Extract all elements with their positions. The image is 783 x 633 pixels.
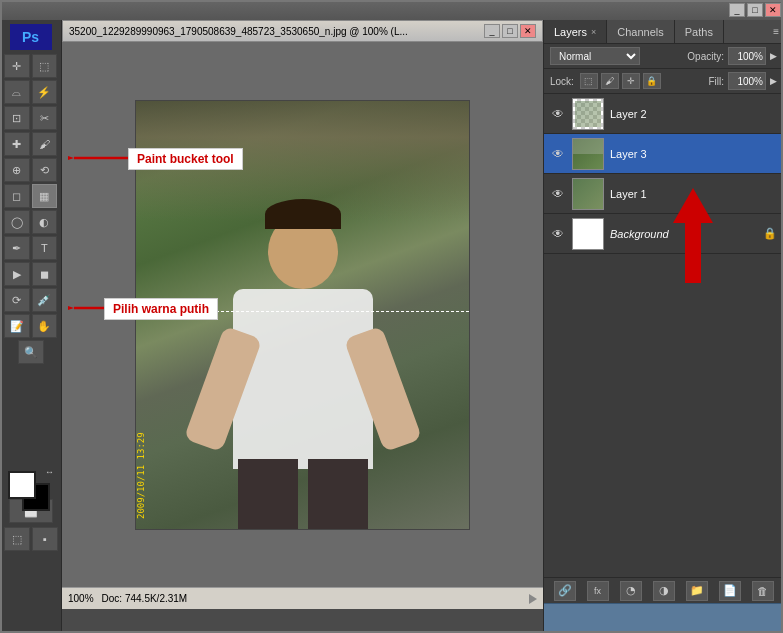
photo-timestamp: 2009/10/11 13:29 bbox=[136, 432, 146, 519]
layers-panel: Layers × Channels Paths ≡ Normal Multipl… bbox=[543, 20, 783, 633]
brush-tool[interactable]: 🖌 bbox=[32, 132, 58, 156]
doc-title: 35200_1229289990963_1790508639_485723_35… bbox=[69, 26, 408, 37]
marquee-tool[interactable]: ⬚ bbox=[32, 54, 58, 78]
doc-titlebar: 35200_1229289990963_1790508639_485723_35… bbox=[62, 20, 543, 42]
lock-label: Lock: bbox=[550, 76, 574, 87]
layer-item-layer2[interactable]: 👁 Layer 2 bbox=[544, 94, 783, 134]
lock-row: Lock: ⬚ 🖌 ✛ 🔒 Fill: ▶ bbox=[544, 69, 783, 94]
text-tool[interactable]: T bbox=[32, 236, 58, 260]
adjustment-layer-button[interactable]: ◑ bbox=[653, 581, 675, 601]
history-tool[interactable]: ⟲ bbox=[32, 158, 58, 182]
background-lock-icon: 🔒 bbox=[763, 227, 777, 240]
opacity-input[interactable] bbox=[728, 47, 766, 65]
app-window: _ □ ✕ Ps ✛ ⬚ ⌓ ⚡ ⊡ ✂ ✚ 🖌 ⊕ ⟲ bbox=[0, 0, 783, 633]
panel-tabs: Layers × Channels Paths ≡ bbox=[544, 20, 783, 44]
shape-tool[interactable]: ◼ bbox=[32, 262, 58, 286]
eyedropper-tool[interactable]: 💉 bbox=[32, 288, 58, 312]
close-button[interactable]: ✕ bbox=[765, 3, 781, 17]
layer2-visibility-icon[interactable]: 👁 bbox=[550, 106, 566, 122]
layer-item-layer3[interactable]: 👁 Layer 3 bbox=[544, 134, 783, 174]
lasso-tool[interactable]: ⌓ bbox=[4, 80, 30, 104]
layer-mask-button[interactable]: ◔ bbox=[620, 581, 642, 601]
red-up-arrow bbox=[663, 188, 723, 288]
lock-transparent-button[interactable]: ⬚ bbox=[580, 73, 598, 89]
path-select-tool[interactable]: ▶ bbox=[4, 262, 30, 286]
opacity-arrow[interactable]: ▶ bbox=[770, 51, 777, 61]
pen-tool[interactable]: ✒ bbox=[4, 236, 30, 260]
zoom-level: 100% bbox=[68, 593, 94, 604]
slice-tool[interactable]: ✂ bbox=[32, 106, 58, 130]
new-layer-button[interactable]: 📄 bbox=[719, 581, 741, 601]
fill-input[interactable] bbox=[728, 72, 766, 90]
doc-maximize-button[interactable]: □ bbox=[502, 24, 518, 38]
delete-layer-button[interactable]: 🗑 bbox=[752, 581, 774, 601]
foreground-color[interactable] bbox=[8, 471, 36, 499]
link-layers-button[interactable]: 🔗 bbox=[554, 581, 576, 601]
blend-mode-row: Normal Multiply Screen Opacity: ▶ bbox=[544, 44, 783, 69]
background-visibility-icon[interactable]: 👁 bbox=[550, 226, 566, 242]
group-layers-button[interactable]: 📁 bbox=[686, 581, 708, 601]
doc-close-button[interactable]: ✕ bbox=[520, 24, 536, 38]
hand-tool[interactable]: ✋ bbox=[32, 314, 58, 338]
tab-layers[interactable]: Layers × bbox=[544, 20, 607, 43]
layer2-name: Layer 2 bbox=[610, 108, 777, 120]
paint-bucket-arrow bbox=[68, 148, 133, 168]
layer2-thumbnail bbox=[572, 98, 604, 130]
magic-wand-tool[interactable]: ⚡ bbox=[32, 80, 58, 104]
fill-label: Fill: bbox=[708, 76, 724, 87]
tab-paths[interactable]: Paths bbox=[675, 20, 724, 43]
layers-panel-footer bbox=[544, 603, 783, 633]
lock-pixels-button[interactable]: 🖌 bbox=[601, 73, 619, 89]
eraser-tool[interactable]: ◻ bbox=[4, 184, 30, 208]
layer3-visibility-icon[interactable]: 👁 bbox=[550, 146, 566, 162]
layer3-name: Layer 3 bbox=[610, 148, 777, 160]
background-thumbnail bbox=[572, 218, 604, 250]
screen-mode-button[interactable]: ⬚ bbox=[4, 527, 30, 551]
layer1-visibility-icon[interactable]: 👁 bbox=[550, 186, 566, 202]
layer3-thumbnail bbox=[572, 138, 604, 170]
dodge-tool[interactable]: ◯ bbox=[4, 210, 30, 234]
healing-tool[interactable]: ✚ bbox=[4, 132, 30, 156]
lock-position-button[interactable]: ✛ bbox=[622, 73, 640, 89]
crop-tool[interactable]: ⊡ bbox=[4, 106, 30, 130]
clone-tool[interactable]: ⊕ bbox=[4, 158, 30, 182]
tab-channels[interactable]: Channels bbox=[607, 20, 674, 43]
svg-marker-6 bbox=[673, 188, 713, 223]
move-tool[interactable]: ✛ bbox=[4, 54, 30, 78]
notes-tool[interactable]: 📝 bbox=[4, 314, 30, 338]
ps-logo: Ps bbox=[10, 24, 52, 50]
screen-mode2-button[interactable]: ▪ bbox=[32, 527, 58, 551]
minimize-button[interactable]: _ bbox=[729, 3, 745, 17]
blend-mode-select[interactable]: Normal Multiply Screen bbox=[550, 47, 640, 65]
status-arrow-icon[interactable] bbox=[529, 594, 537, 604]
opacity-label: Opacity: bbox=[687, 51, 724, 62]
svg-rect-5 bbox=[685, 218, 701, 283]
layer1-thumbnail bbox=[572, 178, 604, 210]
panel-menu-icon[interactable]: ≡ bbox=[773, 20, 783, 43]
zoom-tool[interactable]: 🔍 bbox=[18, 340, 44, 364]
status-bar: 100% Doc: 744.5K/2.31M bbox=[62, 587, 543, 609]
color-arrow bbox=[68, 298, 108, 318]
maximize-button[interactable]: □ bbox=[747, 3, 763, 17]
3d-rotate-tool[interactable]: ⟳ bbox=[4, 288, 30, 312]
swap-colors-icon[interactable]: ↔ bbox=[45, 467, 54, 477]
title-bar: _ □ ✕ bbox=[0, 0, 783, 20]
tab-layers-close[interactable]: × bbox=[591, 27, 596, 37]
fill-arrow[interactable]: ▶ bbox=[770, 76, 777, 86]
layer-styles-button[interactable]: fx bbox=[587, 581, 609, 601]
burn-tool[interactable]: ◐ bbox=[32, 210, 58, 234]
toolbar: Ps ✛ ⬚ ⌓ ⚡ ⊡ ✂ ✚ 🖌 ⊕ ⟲ ◻ ▦ ◯ ◐ bbox=[0, 20, 62, 633]
paint-bucket-annotation: Paint bucket tool bbox=[128, 148, 243, 170]
lock-all-button[interactable]: 🔒 bbox=[643, 73, 661, 89]
paint-bucket-tool[interactable]: ▦ bbox=[32, 184, 58, 208]
panel-bottom-buttons: 🔗 fx ◔ ◑ 📁 📄 🗑 bbox=[544, 577, 783, 603]
color-annotation: Pilih warna putih bbox=[104, 298, 218, 320]
doc-info: Doc: 744.5K/2.31M bbox=[102, 593, 188, 604]
doc-minimize-button[interactable]: _ bbox=[484, 24, 500, 38]
